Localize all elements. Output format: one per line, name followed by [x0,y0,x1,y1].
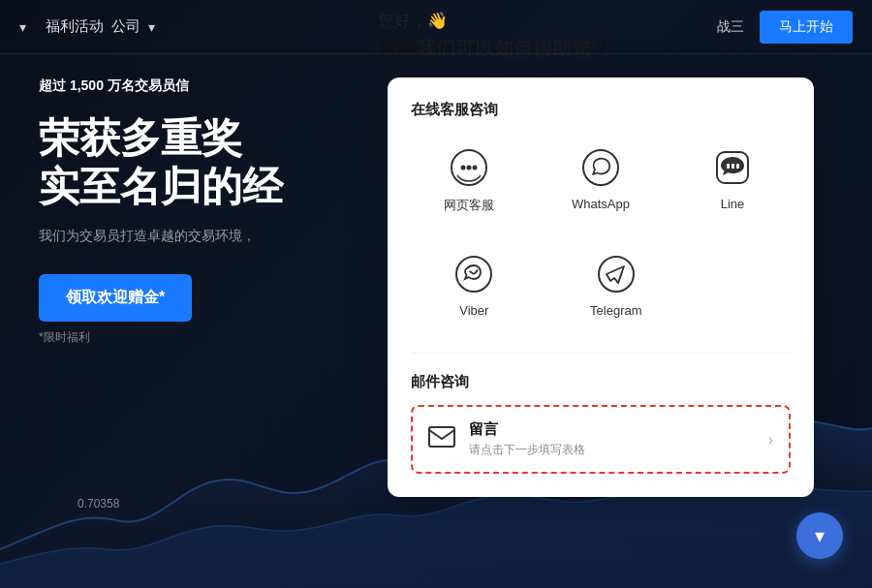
hero-sub-highlight: 1,500 万名交易员 [70,77,175,93]
hero-sub-prefix: 超过 [39,77,70,93]
svg-rect-8 [736,164,739,169]
svg-rect-7 [732,164,734,169]
nav-company-chevron[interactable]: ▾ [148,19,155,35]
email-item[interactable]: 留言 请点击下一步填写表格 › [411,405,791,474]
hero-cta-button[interactable]: 领取欢迎赠金* [39,274,192,322]
line-icon [711,146,754,189]
hero-subtext: 超过 1,500 万名交易员信 [39,77,465,95]
contact-grid-row2: Viber Telegram [411,245,791,325]
contact-grid-row1: 网页客服 WhatsApp L [411,139,791,222]
email-text-area: 留言 请点击下一步填写表格 [469,420,755,458]
nav-chevron-left[interactable]: ▾ [19,19,26,35]
svg-point-3 [473,166,478,170]
chart-number-1: 0.70358 [78,497,119,511]
nav-language[interactable]: 战三 [717,18,744,36]
whatsapp-icon [579,146,622,189]
hero-title-line2: 实至名归的经 [39,164,283,209]
whatsapp-label: WhatsApp [572,197,630,211]
hero-title: 荣获多重奖 实至名归的经 [39,114,465,212]
email-icon [428,426,455,453]
float-chat-button[interactable]: ▾ [796,512,843,559]
nav-welfare[interactable]: 福利活动 [46,17,104,36]
hero-sub-suffix: 信 [175,77,189,93]
navbar: ▾ 福利活动 公司 ▾ 战三 马上开始 [0,0,872,54]
contact-item-whatsapp[interactable]: WhatsApp [543,139,659,222]
hero-section: 超过 1,500 万名交易员信 荣获多重奖 实至名归的经 我们为交易员打造卓越的… [39,77,465,346]
hero-title-line1: 荣获多重奖 [39,115,242,161]
section-divider [411,353,791,354]
svg-rect-6 [727,164,730,169]
hero-description: 我们为交易员打造卓越的交易环境， [39,228,465,245]
telegram-icon [595,253,638,295]
hero-limit-text: *限时福利 [39,329,465,346]
float-chevron-icon: ▾ [815,524,825,547]
email-section-title: 邮件咨询 [411,373,791,391]
email-arrow-icon: › [768,431,773,449]
online-section-title: 在线客服咨询 [411,101,791,119]
email-item-desc: 请点击下一步填写表格 [469,442,755,458]
contact-item-telegram[interactable]: Telegram [553,245,680,325]
contact-item-line[interactable]: Line [674,139,791,222]
nav-start-button[interactable]: 马上开始 [760,11,853,44]
nav-company[interactable]: 公司 [111,17,140,36]
telegram-label: Telegram [590,303,641,318]
line-label: Line [721,197,745,211]
svg-point-2 [467,166,472,170]
nav-right: 战三 马上开始 [717,11,853,44]
email-item-title: 留言 [469,420,755,439]
